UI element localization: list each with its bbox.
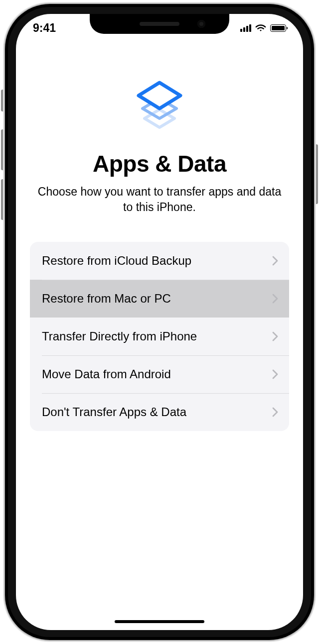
page-title: Apps & Data	[93, 150, 226, 177]
phone-frame: 9:41	[5, 4, 314, 640]
battery-icon	[270, 24, 286, 32]
chevron-right-icon	[272, 294, 278, 304]
status-bar: 9:41	[16, 14, 303, 42]
screen: 9:41	[16, 14, 303, 630]
volume-up-button[interactable]	[1, 129, 4, 170]
chevron-right-icon	[272, 256, 278, 266]
content: Apps & Data Choose how you want to trans…	[16, 69, 303, 431]
silence-switch[interactable]	[1, 90, 4, 111]
option-label: Restore from iCloud Backup	[42, 254, 191, 268]
option-label: Transfer Directly from iPhone	[42, 329, 197, 343]
chevron-right-icon	[272, 407, 278, 417]
options-list: Restore from iCloud Backup Restore from …	[30, 242, 289, 431]
power-button[interactable]	[315, 144, 318, 204]
option-restore-icloud[interactable]: Restore from iCloud Backup	[30, 242, 289, 280]
option-label: Don't Transfer Apps & Data	[42, 405, 186, 419]
wifi-icon	[255, 24, 266, 32]
option-transfer-iphone[interactable]: Transfer Directly from iPhone	[30, 318, 289, 355]
status-time: 9:41	[33, 21, 56, 35]
chevron-right-icon	[272, 369, 278, 379]
apps-data-stack-icon	[127, 71, 192, 135]
option-restore-mac-pc[interactable]: Restore from Mac or PC	[30, 280, 289, 318]
option-label: Restore from Mac or PC	[42, 292, 171, 306]
volume-down-button[interactable]	[1, 179, 4, 220]
chevron-right-icon	[272, 331, 278, 341]
option-move-android[interactable]: Move Data from Android	[30, 355, 289, 393]
option-label: Move Data from Android	[42, 367, 171, 381]
page-subtitle: Choose how you want to transfer apps and…	[30, 184, 289, 215]
home-indicator[interactable]	[115, 620, 204, 623]
option-dont-transfer[interactable]: Don't Transfer Apps & Data	[30, 393, 289, 431]
cellular-signal-icon	[240, 24, 251, 32]
